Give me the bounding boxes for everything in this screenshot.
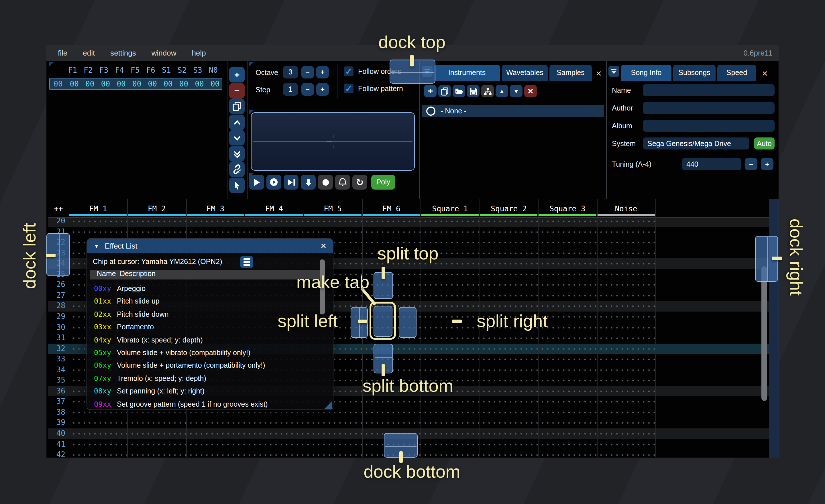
order-cell[interactable]: 00 — [176, 80, 192, 88]
pattern-row-number: 33 — [48, 354, 65, 364]
order-cell[interactable]: 00 — [129, 80, 145, 88]
instrument-move-up-button[interactable]: ▲ — [496, 85, 508, 97]
pattern-row[interactable]: 39 — [48, 418, 769, 428]
order-move-up-button[interactable] — [229, 114, 245, 130]
oscilloscope-tick — [333, 135, 333, 138]
songinfo-close-icon[interactable]: ✕ — [760, 68, 770, 78]
step-value[interactable]: 1 — [283, 83, 298, 96]
tab-samples[interactable]: Samples — [549, 65, 592, 81]
order-cell[interactable]: 00 — [160, 80, 176, 88]
effect-list-menu-button[interactable] — [240, 256, 253, 268]
tab-speed[interactable]: Speed — [717, 65, 756, 81]
album-field[interactable] — [643, 120, 774, 132]
pattern-row-number: 30 — [48, 322, 65, 333]
pattern-row-number: 40 — [48, 428, 65, 439]
tuning-decrease-button[interactable]: − — [745, 158, 757, 170]
tuning-field[interactable]: 440 — [682, 158, 741, 170]
chevron-up-icon — [232, 118, 241, 127]
tab-subsongs[interactable]: Subsongs — [673, 65, 716, 81]
effect-code: 03xx — [94, 321, 111, 333]
repeat-pattern-button[interactable]: ↻ — [352, 175, 367, 189]
system-field[interactable]: Sega Genesis/Mega Drive — [643, 138, 749, 150]
order-cell[interactable]: 00 — [207, 80, 223, 88]
name-field[interactable] — [643, 84, 774, 96]
pattern-row[interactable]: 21 — [48, 227, 769, 237]
tab-song-info[interactable]: Song Info — [621, 65, 671, 81]
order-add-button[interactable]: + — [229, 67, 245, 82]
orders-channel-header: N0 — [205, 66, 221, 74]
author-label: Author — [612, 104, 633, 112]
menu-item-settings[interactable]: settings — [110, 49, 136, 57]
effect-table-header: Name Description — [90, 270, 323, 279]
menu-item-help[interactable]: help — [192, 49, 206, 57]
instruments-close-icon[interactable]: ✕ — [594, 68, 604, 78]
author-field[interactable] — [643, 102, 774, 114]
order-cell[interactable]: 00 — [82, 80, 98, 88]
octave-value[interactable]: 3 — [283, 66, 298, 78]
order-cell[interactable]: 00 — [98, 80, 114, 88]
channel-underline — [363, 214, 420, 216]
instrument-move-down-button[interactable]: ▼ — [510, 85, 523, 97]
split-right-label: split right — [477, 311, 548, 332]
bell-icon — [338, 178, 347, 187]
order-cell[interactable]: 00 — [145, 80, 160, 88]
instrument-save-button[interactable] — [467, 85, 479, 97]
order-deep-clone-button[interactable] — [229, 162, 245, 177]
instrument-add-button[interactable]: + — [424, 85, 437, 97]
order-select-mode-button[interactable] — [229, 178, 245, 193]
follow-pattern-checkbox[interactable]: ✓ — [344, 84, 354, 93]
menu-item-window[interactable]: window — [152, 49, 176, 57]
effect-description: Set groove pattern (speed 1 if no groove… — [117, 398, 268, 410]
system-auto-button[interactable]: Auto — [754, 138, 774, 150]
step-one-row-button[interactable] — [301, 175, 316, 189]
menu-item-file[interactable]: file — [58, 49, 67, 57]
songinfo-window-menu-button[interactable] — [608, 66, 619, 77]
instrument-duplicate-button[interactable] — [438, 85, 451, 97]
play-pattern-button[interactable] — [267, 175, 281, 189]
tuning-increase-button[interactable]: + — [761, 158, 773, 170]
order-duplicate-button[interactable] — [229, 98, 245, 114]
step-increase-button[interactable]: + — [316, 83, 329, 96]
split-top-tick — [382, 267, 385, 279]
instrument-open-button[interactable] — [453, 85, 465, 97]
menu-item-edit[interactable]: edit — [83, 49, 95, 57]
instrument-delete-button[interactable]: ✕ — [524, 85, 537, 97]
play-button[interactable] — [249, 175, 264, 189]
instrument-none-item[interactable]: - None - — [422, 105, 604, 117]
follow-orders-checkbox[interactable]: ✓ — [344, 67, 354, 76]
octave-decrease-button[interactable]: − — [301, 66, 314, 78]
split-right-target[interactable] — [399, 307, 417, 338]
controls-divider — [337, 64, 338, 98]
metronome-button[interactable] — [335, 175, 350, 189]
record-button[interactable] — [318, 175, 333, 189]
order-cell[interactable]: 00 — [114, 80, 129, 88]
step-decrease-button[interactable]: − — [301, 83, 314, 96]
order-duplicate-to-end-button[interactable] — [229, 146, 245, 162]
follow-pattern-label[interactable]: Follow pattern — [358, 85, 403, 93]
pattern-expand-button[interactable]: ++ — [48, 199, 69, 218]
split-bottom-label: split bottom — [362, 376, 453, 396]
collapse-arrow-icon[interactable]: ▼ — [94, 243, 99, 249]
effect-list-resize-grip[interactable] — [324, 401, 332, 409]
tab-wavetables[interactable]: Wavetables — [502, 65, 548, 81]
order-remove-button[interactable]: − — [229, 83, 245, 98]
channel-separator — [421, 199, 422, 457]
effect-list-close-icon[interactable]: ✕ — [320, 242, 326, 250]
pattern-vertical-scrollbar[interactable] — [761, 266, 767, 401]
effect-row: 06xyVolume slide + portamento (compatibi… — [87, 360, 333, 371]
menu-items: fileeditsettingswindowhelp — [58, 49, 206, 57]
order-move-down-button[interactable] — [229, 130, 245, 146]
tab-instruments[interactable]: Instruments — [434, 65, 500, 81]
make-tab-label: make tab — [296, 272, 369, 293]
order-cell[interactable]: 00 — [192, 80, 207, 88]
effect-list-titlebar[interactable]: ▼ Effect List ✕ — [87, 239, 333, 253]
dock-left-label: dock left — [19, 223, 40, 289]
oscilloscope[interactable] — [251, 112, 415, 171]
orders-selected-row[interactable]: 0000000000000000000000 — [49, 78, 222, 90]
octave-increase-button[interactable]: + — [316, 66, 329, 78]
instrument-organize-button[interactable] — [481, 85, 494, 97]
play-from-cursor-button[interactable] — [284, 175, 298, 189]
order-cell[interactable]: 00 — [66, 80, 82, 88]
poly-toggle-button[interactable]: Poly — [371, 175, 395, 189]
dock-top-label: dock top — [378, 32, 445, 53]
